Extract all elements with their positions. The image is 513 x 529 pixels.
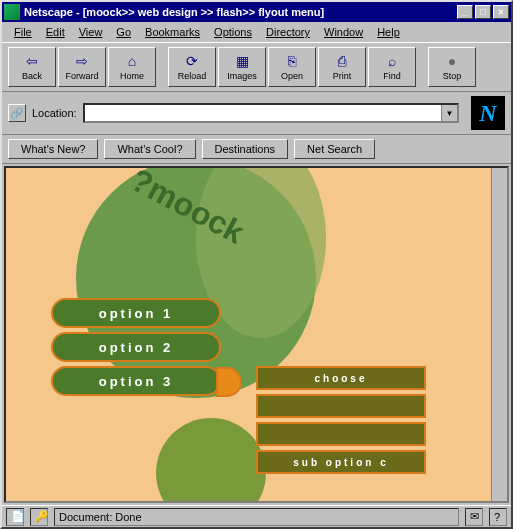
- reload-button[interactable]: ⟳Reload: [168, 47, 216, 87]
- stop-button[interactable]: ●Stop: [428, 47, 476, 87]
- window-title: Netscape - [moock>> web design >> flash>…: [24, 6, 457, 18]
- status-doc-icon: 📄: [6, 508, 24, 526]
- location-dropdown[interactable]: ▼: [441, 105, 457, 121]
- open-icon: ⎘: [282, 53, 302, 69]
- sub-option-a[interactable]: [256, 394, 426, 418]
- menu-view[interactable]: View: [73, 24, 109, 40]
- option-1-button[interactable]: option 1: [51, 298, 221, 328]
- menu-edit[interactable]: Edit: [40, 24, 71, 40]
- sub-option-c[interactable]: sub option c: [256, 450, 426, 474]
- reload-icon: ⟳: [182, 53, 202, 69]
- location-input-wrap: ▼: [83, 103, 459, 123]
- menu-bookmarks[interactable]: Bookmarks: [139, 24, 206, 40]
- print-button[interactable]: ⎙Print: [318, 47, 366, 87]
- statusbar: 📄 🔑 Document: Done ✉ ?: [2, 505, 511, 527]
- menu-options[interactable]: Options: [208, 24, 258, 40]
- decorative-circle-small: [156, 418, 266, 503]
- directory-bar: What's New? What's Cool? Destinations Ne…: [2, 135, 511, 164]
- maximize-button[interactable]: □: [475, 5, 491, 19]
- menu-file[interactable]: File: [8, 24, 38, 40]
- print-icon: ⎙: [332, 53, 352, 69]
- titlebar: Netscape - [moock>> web design >> flash>…: [2, 2, 511, 22]
- destinations-button[interactable]: Destinations: [202, 139, 289, 159]
- back-button[interactable]: ⇦Back: [8, 47, 56, 87]
- find-icon: ⌕: [382, 53, 402, 69]
- link-icon[interactable]: 🔗: [8, 104, 26, 122]
- sub-option-menu: choose sub option c: [256, 366, 426, 478]
- content-area: ?moock option 1 option 2 option 3 choose…: [4, 166, 509, 503]
- status-question-icon[interactable]: ?: [489, 508, 507, 526]
- netscape-logo: N: [471, 96, 505, 130]
- app-window: Netscape - [moock>> web design >> flash>…: [0, 0, 513, 529]
- open-button[interactable]: ⎘Open: [268, 47, 316, 87]
- forward-arrow-icon: ⇨: [72, 53, 92, 69]
- sub-choose-label[interactable]: choose: [256, 366, 426, 390]
- option-menu: option 1 option 2 option 3: [51, 298, 221, 400]
- stop-icon: ●: [442, 53, 462, 69]
- menu-directory[interactable]: Directory: [260, 24, 316, 40]
- toolbar: ⇦Back ⇨Forward ⌂Home ⟳Reload ▦Images ⎘Op…: [2, 42, 511, 92]
- flyout-connector: [216, 367, 242, 397]
- whats-cool-button[interactable]: What's Cool?: [104, 139, 195, 159]
- net-search-button[interactable]: Net Search: [294, 139, 375, 159]
- images-icon: ▦: [232, 53, 252, 69]
- status-text: Document: Done: [54, 508, 459, 526]
- images-button[interactable]: ▦Images: [218, 47, 266, 87]
- status-key-icon: 🔑: [30, 508, 48, 526]
- find-button[interactable]: ⌕Find: [368, 47, 416, 87]
- sub-option-b[interactable]: [256, 422, 426, 446]
- menu-help[interactable]: Help: [371, 24, 406, 40]
- location-label: Location:: [32, 107, 77, 119]
- location-input[interactable]: [85, 105, 441, 121]
- app-icon: [4, 4, 20, 20]
- menu-go[interactable]: Go: [110, 24, 137, 40]
- location-bar: 🔗 Location: ▼ N: [2, 92, 511, 135]
- menu-window[interactable]: Window: [318, 24, 369, 40]
- forward-button[interactable]: ⇨Forward: [58, 47, 106, 87]
- home-icon: ⌂: [122, 53, 142, 69]
- vertical-scrollbar[interactable]: [491, 168, 507, 501]
- close-button[interactable]: ×: [493, 5, 509, 19]
- home-button[interactable]: ⌂Home: [108, 47, 156, 87]
- option-3-button[interactable]: option 3: [51, 366, 221, 396]
- minimize-button[interactable]: _: [457, 5, 473, 19]
- back-arrow-icon: ⇦: [22, 53, 42, 69]
- option-2-button[interactable]: option 2: [51, 332, 221, 362]
- whats-new-button[interactable]: What's New?: [8, 139, 98, 159]
- menubar: File Edit View Go Bookmarks Options Dire…: [2, 22, 511, 42]
- status-mail-icon[interactable]: ✉: [465, 508, 483, 526]
